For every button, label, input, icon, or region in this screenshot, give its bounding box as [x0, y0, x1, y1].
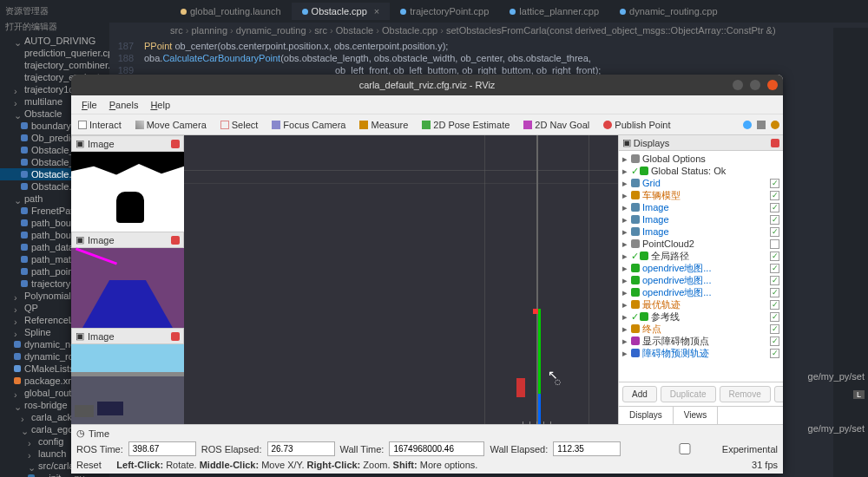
file-icon	[14, 317, 21, 323]
time-panel-head[interactable]: ◷Time	[76, 428, 778, 439]
visibility-checkbox[interactable]: ✓	[770, 215, 779, 225]
tab-displays[interactable]: Displays	[619, 407, 674, 424]
gear-icon[interactable]	[771, 121, 779, 129]
display-item[interactable]: ▸终点✓	[621, 323, 781, 335]
displays-tree[interactable]: ▸Global Options▸✓Global Status: Ok▸Grid✓…	[619, 151, 783, 382]
file-icon	[21, 280, 28, 287]
wall-elapsed-label: Wall Elapsed:	[490, 444, 548, 454]
tool-nav[interactable]: 2D Nav Goal	[520, 118, 593, 132]
tool-pose[interactable]: 2D Pose Estimate	[418, 118, 513, 132]
tool-interact[interactable]: Interact	[75, 118, 125, 132]
remove-button: Remove	[720, 386, 771, 402]
image-panel-head-3[interactable]: ▣Image	[71, 328, 184, 344]
menu-help[interactable]: Help	[145, 98, 175, 112]
plus-icon[interactable]	[743, 121, 752, 129]
editor-tab[interactable]: dynamic_routing.cpp	[609, 3, 728, 20]
display-item[interactable]: ▸✓Global Status: Ok	[621, 165, 781, 177]
visibility-checkbox[interactable]	[770, 239, 779, 249]
visibility-checkbox[interactable]: ✓	[770, 337, 779, 346]
menu-panels[interactable]: Panels	[104, 98, 144, 112]
editor-tab[interactable]: trajectoryPoint.cpp	[390, 3, 499, 20]
breadcrumb[interactable]: srcplanningdynamic_routingsrcObstacleObs…	[109, 23, 868, 38]
experimental-checkbox[interactable]	[651, 443, 719, 454]
visibility-checkbox[interactable]: ✓	[770, 191, 779, 200]
display-type-icon	[631, 154, 640, 163]
left-image-panels: ▣Image ▣Image ▣Image	[71, 135, 184, 424]
displays-header[interactable]: ▣ Displays	[619, 135, 783, 151]
file-icon	[21, 414, 28, 421]
file-icon	[21, 244, 28, 251]
display-item[interactable]: ▸Image✓	[621, 225, 781, 238]
panel-close-icon[interactable]	[171, 332, 180, 341]
file-icon	[14, 110, 21, 117]
tool-measure[interactable]: Measure	[356, 118, 411, 132]
visibility-checkbox[interactable]: ✓	[770, 179, 779, 188]
visibility-checkbox[interactable]: ✓	[770, 300, 779, 310]
file-icon	[21, 256, 28, 263]
display-item[interactable]: ▸Global Options	[621, 153, 781, 165]
add-button[interactable]: Add	[622, 386, 657, 402]
file-icon	[14, 402, 21, 408]
display-type-icon	[631, 215, 640, 224]
display-item[interactable]: ▸Grid✓	[621, 177, 781, 189]
tool-move-camera[interactable]: Move Camera	[132, 118, 210, 132]
reset-button[interactable]: Reset	[76, 460, 102, 470]
visibility-checkbox[interactable]: ✓	[770, 324, 779, 334]
minimap-strip	[833, 28, 868, 477]
file-type-icon	[302, 9, 308, 15]
display-item[interactable]: ▸✓参考线✓	[621, 310, 781, 323]
visibility-checkbox[interactable]: ✓	[770, 227, 779, 237]
ros-time-field[interactable]	[128, 441, 196, 456]
visibility-checkbox[interactable]: ✓	[770, 276, 779, 285]
image-panel-head-1[interactable]: ▣Image	[71, 135, 184, 152]
wall-time-field[interactable]	[389, 441, 484, 456]
rviz-window: carla_default_rviz.cfg.rviz - RViz File …	[71, 75, 783, 474]
display-item[interactable]: ▸显示障碍物顶点✓	[621, 335, 781, 347]
tree-item[interactable]: trajectory_combiner.cpp	[0, 59, 109, 71]
close-icon[interactable]	[767, 80, 778, 90]
display-item[interactable]: ▸opendrive地图...✓	[621, 262, 781, 274]
menu-file[interactable]: File	[76, 98, 102, 112]
display-item[interactable]: ▸车辆模型✓	[621, 189, 781, 201]
display-item[interactable]: ▸PointCloud2	[621, 238, 781, 250]
tab-close-icon[interactable]	[371, 6, 379, 16]
display-type-icon	[640, 252, 648, 260]
display-item[interactable]: ▸Image✓	[621, 213, 781, 225]
measure-icon	[359, 121, 368, 129]
tree-item[interactable]: prediction_querier.cpp	[0, 47, 109, 59]
display-type-icon	[631, 300, 640, 309]
display-item[interactable]: ▸障碍物预测轨迹✓	[621, 347, 781, 359]
minus-icon[interactable]	[757, 121, 766, 129]
editor-tab[interactable]: Obstacle.cpp	[292, 3, 391, 20]
display-item[interactable]: ▸opendrive地图...✓	[621, 274, 781, 286]
visibility-checkbox[interactable]: ✓	[770, 264, 779, 273]
panel-close-icon[interactable]	[171, 140, 180, 148]
wall-elapsed-field[interactable]	[553, 441, 621, 456]
display-item[interactable]: ▸最优轨迹✓	[621, 298, 781, 310]
image-panel-head-2[interactable]: ▣Image	[71, 232, 184, 248]
display-item[interactable]: ▸Image✓	[621, 201, 781, 213]
editor-tab[interactable]: lattice_planner.cpp	[499, 3, 609, 20]
panel-close-icon[interactable]	[171, 236, 180, 245]
tool-focus[interactable]: Focus Camera	[268, 118, 349, 132]
visibility-checkbox[interactable]: ✓	[770, 312, 779, 322]
minimize-icon[interactable]	[733, 80, 743, 90]
display-item[interactable]: ▸opendrive地图...✓	[621, 286, 781, 298]
rviz-3d-view[interactable]: ↖◌	[184, 135, 618, 424]
maximize-icon[interactable]	[750, 80, 760, 90]
tool-select[interactable]: Select	[217, 118, 262, 132]
tool-publish[interactable]: Publish Point	[600, 118, 674, 132]
rviz-titlebar[interactable]: carla_default_rviz.cfg.rviz - RViz	[71, 75, 783, 95]
terminal-hint: ge/my_py/set ge/my_py/set L	[808, 423, 865, 434]
tree-root[interactable]: AUTO_DRIVING	[0, 35, 109, 47]
visibility-checkbox[interactable]: ✓	[770, 252, 779, 261]
display-item[interactable]: ▸✓全局路径✓	[621, 250, 781, 262]
editor-tab[interactable]: global_routing.launch	[170, 3, 292, 20]
wall-time-label: Wall Time:	[340, 444, 385, 454]
tab-views[interactable]: Views	[674, 407, 719, 424]
panel-close-icon[interactable]	[771, 139, 779, 147]
ros-elapsed-field[interactable]	[267, 441, 335, 456]
visibility-checkbox[interactable]: ✓	[770, 203, 779, 212]
visibility-checkbox[interactable]: ✓	[770, 349, 779, 358]
visibility-checkbox[interactable]: ✓	[770, 288, 779, 297]
